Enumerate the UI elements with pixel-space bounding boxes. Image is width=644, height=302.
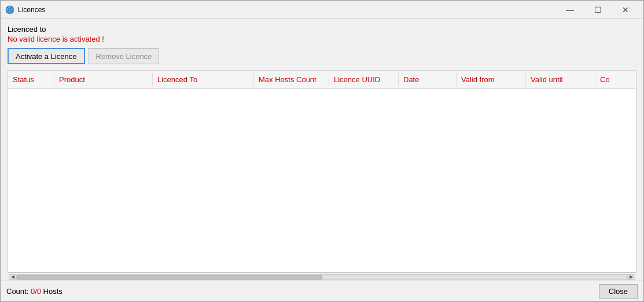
close-button[interactable]: Close <box>599 284 638 299</box>
scroll-right-button[interactable]: ▶ <box>627 274 635 280</box>
minimize-button[interactable]: — <box>557 1 583 19</box>
licences-table: Status Product Licenced To Max Hosts Cou… <box>8 70 636 272</box>
action-buttons: Activate a Licence Remove Licence <box>8 48 636 64</box>
window-title: Licences <box>18 6 557 14</box>
scroll-left-button[interactable]: ◀ <box>9 274 17 280</box>
col-uuid: Licence UUID <box>329 73 399 86</box>
activate-licence-button[interactable]: Activate a Licence <box>8 48 85 64</box>
maximize-button[interactable]: ☐ <box>584 1 611 19</box>
col-licenced-to: Licenced To <box>153 73 254 86</box>
col-date: Date <box>399 73 457 86</box>
col-valid-until: Valid until <box>526 73 595 86</box>
col-valid-from: Valid from <box>457 73 526 86</box>
col-max-hosts: Max Hosts Count <box>254 73 329 86</box>
count-suffix: Hosts <box>41 287 62 296</box>
window-close-button[interactable]: ✕ <box>612 1 639 19</box>
window-controls: — ☐ ✕ <box>557 1 639 19</box>
main-window: Licences — ☐ ✕ Licenced to No valid lice… <box>0 0 644 302</box>
col-product: Product <box>54 73 153 86</box>
count-prefix: Count: <box>6 287 31 296</box>
remove-licence-button[interactable]: Remove Licence <box>89 48 160 64</box>
col-co: Co <box>595 73 636 86</box>
col-status: Status <box>8 73 54 86</box>
count-display: Count: 0/0 Hosts <box>6 287 62 296</box>
scroll-thumb[interactable] <box>17 275 322 279</box>
count-value: 0/0 <box>31 287 41 296</box>
horizontal-scrollbar[interactable]: ◀ ▶ <box>8 272 636 281</box>
scroll-track[interactable] <box>17 274 627 280</box>
table-body[interactable] <box>8 89 636 272</box>
status-bar: Count: 0/0 Hosts Close <box>1 281 643 301</box>
licenced-to-label: Licenced to <box>8 25 636 34</box>
no-licence-message: No valid licence is activated ! <box>8 35 636 43</box>
globe-icon <box>5 5 14 14</box>
content-area: Licenced to No valid licence is activate… <box>1 19 643 281</box>
table-header: Status Product Licenced To Max Hosts Cou… <box>8 71 636 89</box>
title-bar: Licences — ☐ ✕ <box>1 1 643 19</box>
